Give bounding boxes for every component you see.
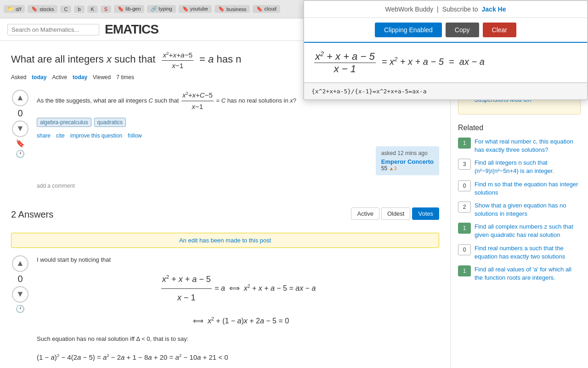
webwork-title: WebWork Buddy [385,6,434,13]
add-comment-link[interactable]: add a comment [37,183,439,189]
tab-b[interactable]: b [74,6,84,13]
vote-up-button[interactable]: ▲ [12,90,28,106]
related-item-3: 2 Show that a given equation has no solu… [458,201,581,218]
answer-body: I would start by noticing that x2 + x + … [37,255,439,368]
answer-vote-down[interactable]: ▼ [12,286,28,303]
tab-typing[interactable]: 🔗 typing [147,5,175,13]
webwork-overlay: WebWork Buddy | Subscribe to Jack He Cli… [303,0,588,100]
related-score-6: 1 [458,265,471,276]
active-label: Active [52,74,67,80]
webwork-subscribe-text: Subscribe to [442,6,478,13]
tab-c[interactable]: C [60,6,71,13]
tab-youtube[interactable]: 🔖 youtube [179,5,212,13]
related-box: Related 1 For what real number c, this e… [458,124,581,282]
bookmark-button[interactable]: 🔖 [16,139,25,148]
related-score-1: 3 [458,159,471,170]
share-link[interactable]: share [37,132,51,139]
tab-active[interactable]: Active [351,207,379,220]
vote-cell: ▲ 0 ▼ 🔖 🕐 [11,90,29,198]
answers-count: 2 Answers [11,209,53,220]
related-link-6[interactable]: Find all real values of 'a' for which al… [475,265,581,282]
clipping-enabled-button[interactable]: Clipping Enabled [375,23,442,37]
related-score-4: 1 [458,223,471,234]
improve-link[interactable]: improve this question [70,132,122,139]
sig-box: asked 12 mins ago Emperor Concerto 55 ▲3 [376,146,439,175]
answer-text-1: I would start by noticing that [37,255,439,265]
related-link-4[interactable]: Find all complex numbers z such that giv… [475,223,581,239]
webwork-text-output: {x^2+x+a-5}/{x-1}=x^2+x+a-5=ax-a [304,83,587,99]
webwork-header: WebWork Buddy | Subscribe to Jack He [304,1,587,18]
history-button[interactable]: 🕐 [16,150,25,158]
related-link-1[interactable]: Find all integers n such that (n²−9)/(n²… [475,159,581,175]
related-item-6: 1 Find all real values of 'a' for which … [458,265,581,282]
vote-count: 0 [17,108,23,119]
related-link-5[interactable]: Find real numbers a such that the equati… [475,244,581,261]
asked-ago: asked 12 mins ago [381,150,434,156]
answer-post: ▲ 0 ▼ 🕐 I would start by noticing that x… [11,255,439,368]
asked-label: Asked [11,74,26,80]
question-tags: algebra-precalculus quadratics [37,118,439,127]
tag-quadratics[interactable]: quadratics [94,118,126,127]
question-body: As the title suggests, what are all inte… [37,90,439,198]
answers-section: 2 Answers Active Oldest Votes An edit ha… [11,207,439,368]
related-item-0: 1 For what real number c, this equation … [458,138,581,154]
vote-down-button[interactable]: ▼ [12,121,28,137]
post-signature: asked 12 mins ago Emperor Concerto 55 ▲3 [37,146,439,175]
viewed-label: Viewed [93,74,111,80]
tab-s[interactable]: S [101,6,111,13]
copy-button[interactable]: Copy [446,23,479,37]
answers-tabs: Active Oldest Votes [351,207,439,220]
related-title: Related [458,124,581,132]
answer-math-3: (1 − a)2 − 4(2a − 5) = a2 − 2a + 1 − 8a … [37,350,439,365]
webwork-buttons: Clipping Enabled Copy Clear [304,18,587,42]
search-input[interactable] [7,24,99,35]
related-link-0[interactable]: For what real number c, this equation ha… [475,138,581,154]
tab-libgen[interactable]: 🔖 lib-gen [114,5,144,13]
webwork-subscribe-link[interactable]: Jack He [482,6,506,13]
answer-text-2: Such equation has no real solution iff Δ… [37,334,439,344]
tab-df[interactable]: 📁 d/f [4,5,25,13]
related-item-4: 1 Find all complex numbers z such that g… [458,223,581,239]
tag-algebra-precalculus[interactable]: algebra-precalculus [37,118,91,127]
cite-link[interactable]: cite [56,132,65,139]
related-score-0: 1 [458,138,471,149]
tab-oldest[interactable]: Oldest [381,207,411,220]
follow-link[interactable]: follow [128,132,142,139]
clear-button[interactable]: Clear [483,23,516,37]
answer-vote-up[interactable]: ▲ [12,255,28,272]
answer-history-button[interactable]: 🕐 [16,305,25,313]
related-score-3: 2 [458,201,471,213]
active-time: today [73,74,87,80]
related-item-5: 0 Find real numbers a such that the equa… [458,244,581,261]
viewed-count: 7 times [116,74,134,80]
question-post: ▲ 0 ▼ 🔖 🕐 As the title suggests, what ar… [11,90,439,198]
tab-votes[interactable]: Votes [412,207,439,220]
related-score-2: 0 [458,180,471,191]
related-link-3[interactable]: Show that a given equation has no soluti… [475,201,581,218]
tab-business[interactable]: 🔖 business [215,5,250,13]
tab-cloud[interactable]: 🔖 cloud [253,5,280,13]
edit-notice[interactable]: An edit has been made to this post [11,233,439,248]
tab-k[interactable]: K [87,6,98,13]
site-title: EMATICS [105,22,158,37]
answer-vote-cell: ▲ 0 ▼ 🕐 [11,255,29,368]
answer-math-1: x2 + x + a − 5 x − 1 = a ⟺ x2 + x + a − … [37,270,439,307]
user-link[interactable]: Emperor Concerto [381,158,434,165]
webwork-pipe: | [437,6,439,13]
answer-vote-count: 0 [17,274,23,284]
question-actions: share cite improve this question follow [37,132,439,139]
related-link-2[interactable]: Find m so that the equation has integer … [475,180,581,197]
related-item-2: 0 Find m so that the equation has intege… [458,180,581,197]
related-score-5: 0 [458,244,471,255]
user-rep: 55 ▲3 [381,165,434,172]
asked-time: today [32,74,46,80]
webwork-math-display: x2 + x + a − 5 x − 1 = x2 + x + a − 5 = … [304,42,587,83]
tab-stocks[interactable]: 🔖 stocks [28,5,57,13]
related-item-1: 3 Find all integers n such that (n²−9)/(… [458,159,581,175]
answer-math-2: ⟺ x2 + (1 − a)x + 2a − 5 = 0 [37,313,439,329]
